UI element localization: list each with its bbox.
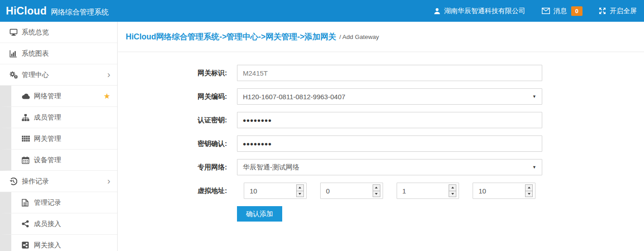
- sidebar-item-gateway-management[interactable]: 网关管理: [0, 128, 117, 150]
- sidebar: 系统总览系统图表管理中心›网络管理★成员管理网关管理设备管理操作记录›管理记录成…: [0, 22, 118, 251]
- file-text-icon: [22, 199, 34, 207]
- submit-row: 确认添加: [118, 206, 644, 222]
- sidebar-item-label: 管理记录: [34, 198, 61, 207]
- sidebar-item-system-charts[interactable]: 系统图表: [0, 43, 117, 64]
- desktop-icon: [9, 29, 22, 36]
- gateway-id-label: 网关标识:: [118, 65, 237, 81]
- sidebar-item-system-overview[interactable]: 系统总览: [0, 22, 117, 43]
- messages-label: 消息: [554, 7, 567, 15]
- user-icon: [434, 8, 440, 14]
- private-network-row: 专用网络: 华辰智通-测试网络 ▼: [118, 159, 644, 175]
- gateway-code-select[interactable]: H120-1607-0811-0812-9963-0407 ▼: [237, 88, 542, 105]
- private-network-select[interactable]: 华辰智通-测试网络 ▼: [237, 159, 542, 175]
- brand-name: HiCloud: [6, 5, 47, 17]
- sidebar-item-management-log[interactable]: 管理记录: [0, 192, 117, 213]
- stepper-down-icon[interactable]: [526, 191, 532, 197]
- messages-button[interactable]: 消息 0: [542, 6, 582, 16]
- sidebar-item-label: 网关管理: [34, 135, 61, 143]
- stepper-down-icon[interactable]: [373, 191, 380, 197]
- gateway-id-input[interactable]: [237, 65, 542, 81]
- virtual-address-octet-3[interactable]: 10: [473, 183, 535, 199]
- brand: HiCloud 网络综合管理系统: [0, 5, 109, 17]
- chevron-right-icon: ›: [107, 176, 110, 185]
- sidebar-item-label: 管理中心: [22, 71, 49, 79]
- sidebar-item-gateway-access[interactable]: 网关接入: [0, 235, 117, 251]
- octet-value: 1: [402, 187, 406, 195]
- auth-key-label: 认证密钥:: [118, 112, 237, 128]
- user-name: 湖南华辰智通科技有限公司: [444, 7, 526, 15]
- gateway-id-row: 网关标识:: [118, 65, 644, 81]
- calendar-icon: [22, 156, 34, 164]
- stepper-up-icon[interactable]: [297, 185, 303, 191]
- messages-count-badge: 0: [571, 6, 582, 16]
- caret-down-icon: ▼: [532, 165, 536, 169]
- virtual-address-octet-1[interactable]: 0: [320, 183, 383, 199]
- sidebar-item-member-access[interactable]: 成员接入: [0, 213, 117, 235]
- stepper-up-icon[interactable]: [526, 185, 532, 191]
- header-right: 湖南华辰智通科技有限公司 消息 0 开启全屏: [417, 6, 644, 16]
- sidebar-item-label: 系统图表: [22, 49, 49, 58]
- sidebar-item-member-management[interactable]: 成员管理: [0, 107, 117, 128]
- stepper-arrows-icon[interactable]: [296, 184, 304, 197]
- gears-icon: [9, 71, 22, 79]
- expand-icon: [599, 7, 606, 14]
- chevron-right-icon: ›: [107, 70, 110, 79]
- share-square-icon: [22, 241, 34, 249]
- main-content: HiCloud网络综合管理系统->管理中心->网关管理->添加网关 / Add …: [118, 22, 644, 251]
- gateway-code-value: H120-1607-0811-0812-9963-0407: [243, 93, 346, 101]
- share-icon: [22, 220, 34, 227]
- sidebar-item-operation-log[interactable]: 操作记录›: [0, 171, 117, 192]
- bar-chart-icon: [9, 50, 22, 58]
- caret-down-icon: ▼: [532, 94, 536, 99]
- breadcrumb-suffix: / Add Gateway: [339, 34, 379, 40]
- stepper-arrows-icon[interactable]: [449, 184, 456, 197]
- stepper-down-icon[interactable]: [449, 191, 456, 197]
- sidebar-item-label: 系统总览: [22, 28, 49, 37]
- virtual-address-row: 虚拟地址: 100110: [118, 183, 644, 199]
- sidebar-item-label: 网关接入: [34, 241, 61, 250]
- sidebar-item-label: 网络管理: [34, 92, 61, 101]
- star-icon: ★: [104, 92, 110, 100]
- key-confirm-input[interactable]: [237, 135, 542, 152]
- fullscreen-button[interactable]: 开启全屏: [599, 7, 637, 15]
- brand-subtitle: 网络综合管理系统: [51, 8, 109, 17]
- key-confirm-label: 密钥确认:: [118, 135, 237, 152]
- stepper-down-icon[interactable]: [297, 191, 303, 197]
- stepper-up-icon[interactable]: [449, 185, 456, 191]
- stepper-arrows-icon[interactable]: [373, 184, 380, 197]
- virtual-address-octet-2[interactable]: 1: [397, 183, 459, 199]
- gateway-code-row: 网关编码: H120-1607-0811-0812-9963-0407 ▼: [118, 88, 644, 105]
- virtual-address-octet-0[interactable]: 10: [244, 183, 307, 199]
- sidebar-item-label: 成员接入: [34, 220, 61, 228]
- top-header: HiCloud 网络综合管理系统 湖南华辰智通科技有限公司 消息 0 开启全屏: [0, 0, 644, 22]
- octet-value: 0: [326, 187, 330, 195]
- sidebar-menu: 系统总览系统图表管理中心›网络管理★成员管理网关管理设备管理操作记录›管理记录成…: [0, 22, 117, 251]
- key-confirm-row: 密钥确认:: [118, 135, 644, 152]
- breadcrumb-path: HiCloud网络综合管理系统->管理中心->网关管理->添加网关: [126, 31, 336, 42]
- confirm-add-button[interactable]: 确认添加: [237, 206, 282, 222]
- sidebar-item-network-management[interactable]: 网络管理★: [0, 86, 117, 107]
- private-network-value: 华辰智通-测试网络: [243, 163, 299, 172]
- sidebar-item-label: 设备管理: [34, 156, 61, 164]
- sidebar-item-label: 成员管理: [34, 113, 61, 122]
- fullscreen-label: 开启全屏: [610, 7, 637, 15]
- history-icon: [9, 178, 22, 185]
- stepper-arrows-icon[interactable]: [525, 184, 533, 197]
- stepper-up-icon[interactable]: [373, 185, 380, 191]
- auth-key-input[interactable]: [237, 112, 542, 128]
- sitemap-icon: [22, 114, 34, 121]
- auth-key-row: 认证密钥:: [118, 112, 644, 128]
- sidebar-item-management-center[interactable]: 管理中心›: [0, 64, 117, 86]
- private-network-label: 专用网络:: [118, 159, 237, 175]
- virtual-address-label: 虚拟地址:: [118, 183, 237, 199]
- sidebar-item-label: 操作记录: [22, 177, 49, 186]
- breadcrumb: HiCloud网络综合管理系统->管理中心->网关管理->添加网关 / Add …: [118, 22, 644, 52]
- octet-value: 10: [478, 187, 486, 195]
- grid-icon: [22, 135, 34, 142]
- add-gateway-form: 网关标识: 网关编码: H120-1607-0811-0812-9963-040…: [118, 52, 644, 222]
- current-user-button[interactable]: 湖南华辰智通科技有限公司: [434, 7, 526, 15]
- mail-icon: [542, 8, 550, 14]
- cloud-icon: [22, 93, 34, 100]
- sidebar-item-device-management[interactable]: 设备管理: [0, 150, 117, 171]
- octet-value: 10: [250, 187, 257, 195]
